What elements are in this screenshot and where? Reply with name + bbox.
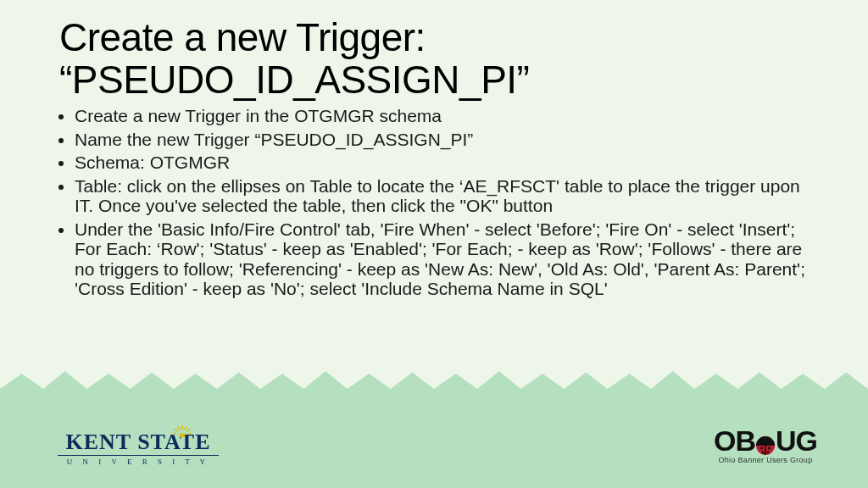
bullet-item: Table: click on the ellipses on Table to… bbox=[75, 176, 809, 216]
title-line-2: “PSEUDO_ID_ASSIGN_PI” bbox=[59, 58, 529, 102]
svg-rect-4 bbox=[186, 429, 190, 432]
kent-state-logo: KENT STATE U N I V E R S I T Y bbox=[49, 430, 227, 466]
svg-point-11 bbox=[760, 446, 763, 449]
svg-point-14 bbox=[767, 451, 770, 453]
obug-o: O bbox=[714, 424, 735, 458]
svg-rect-7 bbox=[174, 432, 176, 435]
obug-logo: OB UG Ohio Banner Users Group bbox=[714, 424, 817, 464]
obug-sub-text: Ohio Banner Users Group bbox=[714, 456, 817, 464]
kent-state-wordmark: KENT STATE bbox=[65, 430, 210, 455]
title-line-1: Create a new Trigger: bbox=[59, 15, 426, 59]
svg-point-0 bbox=[180, 433, 185, 437]
obug-ug: UG bbox=[776, 424, 817, 458]
slide: Create a new Trigger: “PSEUDO_ID_ASSIGN_… bbox=[0, 0, 868, 488]
svg-rect-5 bbox=[174, 429, 178, 432]
svg-rect-3 bbox=[177, 426, 180, 430]
ladybug-icon bbox=[754, 430, 776, 452]
svg-rect-1 bbox=[181, 425, 182, 430]
slide-title: Create a new Trigger: “PSEUDO_ID_ASSIGN_… bbox=[59, 17, 809, 101]
bullet-list: Create a new Trigger in the OTGMGR schem… bbox=[59, 106, 809, 299]
bullet-item: Schema: OTGMGR bbox=[75, 152, 809, 173]
kent-sub-text: U N I V E R S I T Y bbox=[58, 455, 219, 466]
svg-point-13 bbox=[762, 451, 765, 453]
bullet-item: Name the new Trigger “PSEUDO_ID_ASSIGN_P… bbox=[75, 130, 809, 150]
svg-rect-6 bbox=[187, 432, 190, 435]
sun-icon bbox=[174, 418, 191, 430]
obug-b: B bbox=[735, 424, 755, 458]
svg-point-12 bbox=[768, 446, 771, 449]
svg-rect-2 bbox=[184, 426, 186, 430]
obug-wordmark: OB UG bbox=[714, 424, 817, 458]
bullet-item: Under the 'Basic Info/Fire Control' tab,… bbox=[75, 219, 809, 299]
bullet-item: Create a new Trigger in the OTGMGR schem… bbox=[75, 106, 809, 126]
